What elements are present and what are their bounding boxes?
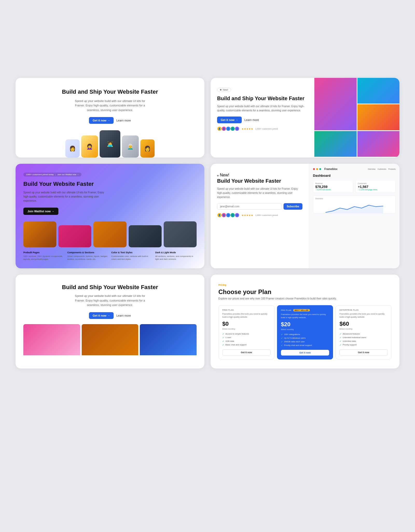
card2-text: New! Build and Ship Your Website Faster … — [211, 78, 314, 158]
card2-get-it-now-button[interactable]: Get it now → — [217, 117, 242, 123]
stat-revenue: Revenue $78,259 ↑ 5.24% last month — [313, 180, 353, 193]
plan-free-features: ✓Access to simple features ✓1 user ✓1GB … — [222, 333, 271, 346]
badge-divider: | — [55, 173, 56, 176]
dashboard-preview: Frameblox Overview Customers Products Da… — [309, 164, 399, 268]
card4-star-rating: ★★★★★ — [241, 214, 253, 217]
ent-feature-2: ✓Unlimited individual users — [340, 336, 388, 339]
enterprise-plan-button[interactable]: Get it now — [340, 349, 388, 356]
photo-collage: 👩 👩‍🦱 🧑‍💻 👨‍🦳 👩 — [23, 129, 197, 158]
window-dot-green — [319, 168, 321, 170]
collage-img-2 — [357, 78, 399, 104]
card4-title: Build Your Website Faster — [217, 178, 302, 184]
get-it-now-button[interactable]: Get it now → — [89, 117, 114, 124]
star-rating: ★★★★★ — [241, 127, 253, 130]
card4-avatar-1: 👤 — [217, 213, 222, 217]
dashboard-title: Dashboard — [313, 174, 396, 178]
feature-desc-2: Smart components: buttons, inputs, badge… — [67, 255, 109, 261]
collage-img-5 — [357, 131, 399, 157]
image-collage — [314, 78, 399, 158]
pricing-title: Choose your Plan — [218, 288, 392, 296]
card-simple-hero: Build and Ship Your Website Faster Speed… — [16, 78, 204, 158]
chart-label: Overview — [315, 198, 393, 200]
feature-title-4: Dark & Light Mode — [155, 251, 197, 254]
pro-check-2: ✓ — [281, 337, 283, 339]
free-plan-button[interactable]: Get it now — [222, 349, 271, 356]
avatar-group: 👤 👤 👤 👤 👤 ★★★★★ 1,000+ customers joined — [217, 126, 308, 131]
plan-free-billed: Billed monthly — [222, 328, 271, 330]
card5-get-it-now-button[interactable]: Get it now → — [89, 312, 114, 319]
email-input[interactable] — [217, 203, 282, 210]
card3-photo-2 — [58, 225, 91, 247]
badge-dot — [220, 89, 222, 91]
card2-title: Build and Ship Your Website Faster — [217, 95, 308, 102]
ent-check-1: ✓ — [340, 333, 342, 335]
card4-avatar-4: 👤 — [230, 213, 235, 217]
subscribe-button[interactable]: Subscribe — [283, 203, 302, 210]
person-photo-5: 👩 — [140, 139, 155, 158]
card4-badge-dot — [217, 175, 219, 176]
card5-description: Speed up your website build with our ult… — [71, 294, 149, 308]
card5-title: Build and Ship Your Website Faster — [23, 284, 197, 291]
main-grid: Build and Ship Your Website Faster Speed… — [16, 78, 399, 369]
card3-photo-1 — [23, 221, 56, 247]
plan-enterprise: ENTERPRISE PLAN Frameblox provides the t… — [336, 305, 392, 359]
check-icon-3: ✓ — [222, 340, 224, 343]
plan-free-desc: Frameblox provides the tools you need to… — [222, 312, 271, 318]
card4-new-badge: New! — [217, 173, 302, 178]
plan-enterprise-desc: Frameblox provides the tools you need to… — [340, 312, 388, 318]
ent-check-3: ✓ — [340, 340, 342, 343]
learn-more-button[interactable]: Learn more — [116, 117, 131, 124]
free-feature-1: ✓Access to simple features — [222, 333, 271, 335]
window-dot-yellow — [316, 168, 318, 170]
plan-enterprise-features: ✓Advanced features ✓Unlimited individual… — [340, 333, 388, 346]
free-feature-3: ✓1GB data — [222, 340, 271, 343]
dashboard-header: Frameblox Overview Customers Products — [313, 168, 396, 170]
plan-free-label: FREE PLAN — [222, 309, 271, 311]
person-photo-1: 👩 — [65, 139, 80, 158]
card3-photo-row — [23, 221, 197, 247]
dashboard-logo: Frameblox — [324, 168, 338, 170]
feature-desc-1: 100+ sections, 200+ dynamic components, … — [23, 255, 65, 261]
card4-social-proof: 1,000+ customers joined — [255, 214, 278, 216]
collage-img-1 — [314, 78, 356, 130]
waitlist-badge: 1000+ customers joined today | Join our … — [23, 173, 81, 176]
stats-row: Revenue $78,259 ↑ 5.24% last month Custo… — [313, 180, 396, 193]
avatar-3: 👤 — [226, 126, 231, 131]
check-icon-2: ✓ — [222, 336, 224, 339]
ent-feature-3: ✓Unlimited data — [340, 340, 388, 343]
ent-check-4: ✓ — [340, 344, 342, 346]
plan-pro-desc: Frameblox provides the tools you need to… — [281, 313, 329, 319]
card2-learn-more-button[interactable]: Learn more — [244, 117, 259, 123]
pricing-grid: FREE PLAN Frameblox provides the tools y… — [218, 305, 392, 359]
collage-img-4 — [314, 131, 356, 157]
strip-img-1 — [23, 324, 80, 355]
plan-pro: PRO PLAN Best Seller Frameblox provides … — [277, 305, 333, 359]
new-badge: New! — [217, 88, 231, 92]
chart-area: Overview — [313, 195, 396, 214]
collage-img-3 — [357, 104, 399, 130]
plan-pro-label: PRO PLAN Best Seller — [281, 309, 329, 311]
plan-enterprise-billed: Billed monthly — [340, 328, 388, 330]
check-icon-1: ✓ — [222, 333, 224, 335]
nav-products: Products — [388, 168, 396, 170]
join-waitlist-button[interactable]: Join Waitlist now → — [23, 208, 58, 215]
chart-svg — [315, 201, 393, 214]
card4-avatar-3: 👤 — [226, 213, 231, 217]
card2-description: Speed up your website build with our ult… — [217, 104, 308, 113]
person-photo-2: 👩‍🦱 — [81, 135, 98, 158]
card5-learn-more-button[interactable]: Learn more — [116, 312, 131, 319]
card4-avatar-5: 👤 — [235, 213, 239, 217]
card-dashboard-hero: New! Build Your Website Faster Speed up … — [211, 164, 399, 268]
pro-check-4: ✓ — [281, 344, 283, 347]
stat-customers-value: +1,567 — [358, 185, 393, 189]
feature-dark-light: Dark & Light Mode All sections, sections… — [155, 251, 197, 261]
pro-plan-button[interactable]: Get it now — [281, 350, 329, 356]
free-feature-4: ✓Basic chat and support — [222, 344, 271, 346]
pro-feature-3: ✓250GB data each user — [281, 340, 329, 343]
feature-title-2: Components & Sections — [67, 251, 109, 254]
card4-avatar-2: 👤 — [222, 213, 226, 217]
feature-prebuilt-pages: Prebuilt Pages 100+ sections, 200+ dynam… — [23, 251, 65, 261]
card-pricing: Pricing Choose your Plan Explore our pri… — [211, 275, 399, 368]
plan-pro-billed: Billed monthly — [281, 328, 329, 331]
person-photo-3: 🧑‍💻 — [100, 130, 120, 158]
